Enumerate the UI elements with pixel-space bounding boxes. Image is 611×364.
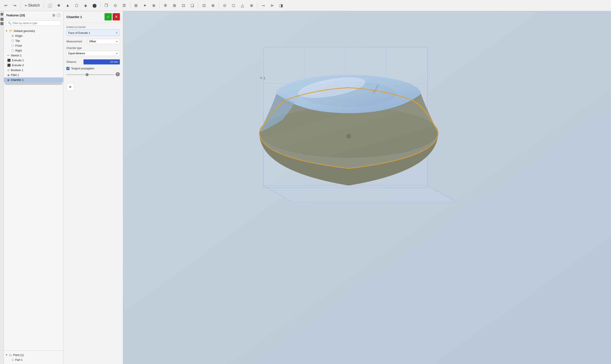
- chamfer-type-chevron-icon: ▼: [116, 52, 118, 55]
- feature-panel-title: Features (10): [6, 14, 51, 17]
- extrude-icon: ⬛: [7, 59, 11, 62]
- tree-item-extrude1[interactable]: ⬛ Extrude 1: [4, 58, 63, 63]
- tree-item-front[interactable]: ☐ Front: [4, 43, 63, 48]
- redo-button[interactable]: ↪: [11, 1, 19, 10]
- chamfer-type-select[interactable]: Equal distance ▼: [66, 51, 120, 56]
- entity-clear-button[interactable]: ✕: [115, 31, 118, 35]
- tree-item-label: Front: [15, 44, 22, 47]
- sketch-button[interactable]: ✏ Sketch: [22, 1, 42, 10]
- chamfer-header-buttons: ✓ ✕: [105, 13, 120, 20]
- toolbar-btn-3[interactable]: ▲: [64, 1, 72, 10]
- sketch-icon: ✏: [7, 54, 10, 57]
- toolbar-btn-12[interactable]: ⊗: [150, 1, 158, 10]
- tree-item-default-geometry[interactable]: ▼ 📁 Default geometry: [4, 28, 63, 33]
- folder-icon: 📁: [9, 29, 13, 33]
- chamfer-ok-button[interactable]: ✓: [105, 13, 112, 20]
- toolbar-btn-8[interactable]: ⊙: [111, 1, 119, 10]
- help-icon[interactable]: ?: [116, 72, 120, 76]
- toolbar-btn-1[interactable]: ⬜: [46, 1, 54, 10]
- toolbar-btn-10[interactable]: ⊞: [132, 1, 140, 10]
- toolbar-btn-2[interactable]: ❖: [55, 1, 63, 10]
- tree-item-label: Part 1: [15, 358, 23, 362]
- tree-item-part1[interactable]: ⬡ Part 1: [4, 357, 63, 362]
- toolbar-btn-22[interactable]: ⊗: [247, 1, 255, 10]
- plane-icon: ☐: [12, 44, 14, 47]
- viewport[interactable]: FRONT ↖ 1: [123, 11, 611, 364]
- search-icon: 🔍: [8, 22, 11, 25]
- tree-item-sketch1[interactable]: ✏ Sketch 1: [4, 53, 63, 58]
- viewport-svg: FRONT: [123, 11, 611, 364]
- toolbar-sep-8: [257, 2, 257, 9]
- strip-icon-2[interactable]: [0, 18, 3, 21]
- tangent-propagation-row: Tangent propagation: [66, 67, 120, 70]
- search-input[interactable]: [13, 22, 59, 25]
- tree-item-label: Extrude 2: [12, 64, 24, 67]
- fillet-icon: ◉: [7, 73, 10, 77]
- toolbar-btn-16[interactable]: ❑: [188, 1, 196, 10]
- tangent-propagation-checkbox[interactable]: [66, 67, 69, 70]
- tree-item-parts[interactable]: ▼ 🗂 Parts (1): [4, 352, 63, 357]
- toolbar-btn-21[interactable]: △: [239, 1, 247, 10]
- chamfer-body: Entities to chamfer Face of Extrude 1 ✕ …: [64, 23, 123, 81]
- toolbar-btn-4[interactable]: ⬡: [73, 1, 81, 10]
- strip-icon-1[interactable]: [0, 13, 3, 16]
- icon-strip: [0, 11, 4, 364]
- tree-item-fillet1[interactable]: ◉ Fillet 1: [4, 73, 63, 78]
- undo-button[interactable]: ↩: [2, 1, 10, 10]
- feature-history-button[interactable]: 🕐: [56, 13, 61, 17]
- plane-icon: ☐: [12, 49, 14, 52]
- toolbar-btn-20[interactable]: ⬡: [229, 1, 238, 10]
- strip-icon-3[interactable]: [0, 22, 3, 25]
- chamfer-type-label: Chamfer type: [66, 47, 120, 50]
- tree-item-label: Boolean 1: [11, 68, 23, 72]
- toolbar-btn-18[interactable]: ⊗: [209, 1, 217, 10]
- toolbar-btn-25[interactable]: ◨: [277, 1, 285, 10]
- chamfer-type-value: Equal distance: [68, 52, 85, 55]
- chamfer-icon: ◈: [7, 78, 9, 81]
- slider-row: ?: [66, 73, 120, 76]
- toolbar-sep-4: [130, 2, 130, 9]
- toolbar-btn-15[interactable]: ⊡: [179, 1, 187, 10]
- feature-panel: Features (10) ⊞ 🕐 🔍 ▼ 📁 Default geometry…: [4, 11, 64, 364]
- tree-item-top[interactable]: ☐ Top: [4, 38, 63, 43]
- toolbar-btn-23[interactable]: ⊸: [259, 1, 267, 10]
- svg-point-16: [348, 136, 349, 137]
- tree-item-label: Origin: [15, 34, 23, 38]
- tree-item-label: Extrude 1: [12, 59, 24, 62]
- toolbar-btn-11[interactable]: ✦: [141, 1, 149, 10]
- add-feature-button[interactable]: ⊞: [52, 13, 55, 17]
- tree-scrollbar[interactable]: [5, 82, 62, 85]
- feature-panel-icons: ⊞ 🕐: [52, 13, 61, 17]
- chamfer-type-row: Equal distance ▼: [66, 51, 120, 56]
- entity-box[interactable]: Face of Extrude 1 ✕: [66, 30, 120, 36]
- toolbar-btn-19[interactable]: ⊙: [221, 1, 229, 10]
- tree-item-chamfer1[interactable]: ◈ Chamfer 1: [4, 78, 63, 82]
- feature-panel-header: Features (10) ⊞ 🕐: [4, 11, 63, 19]
- tree-item-label: Sketch 1: [11, 54, 22, 57]
- sketch-label: Sketch: [28, 3, 40, 8]
- measurement-select[interactable]: Offset ▼: [87, 39, 120, 44]
- svg-marker-8: [264, 185, 457, 203]
- toolbar-btn-5[interactable]: ◈: [81, 1, 90, 10]
- toolbar-btn-7[interactable]: ❐: [102, 1, 110, 10]
- list-view-button[interactable]: ≡: [66, 83, 74, 91]
- toolbar-btn-24[interactable]: ⊳: [268, 1, 276, 10]
- slider-thumb[interactable]: [86, 73, 89, 76]
- chamfer-cancel-button[interactable]: ✕: [113, 13, 120, 20]
- toolbar-btn-13[interactable]: ⑧: [161, 1, 170, 10]
- tree-item-boolean1[interactable]: ⊙ Boolean 1: [4, 68, 63, 73]
- toolbar-btn-14[interactable]: ⊞: [170, 1, 178, 10]
- measurement-row: Measurement Offset ▼: [66, 39, 120, 44]
- toolbar-btn-17[interactable]: ⊡: [200, 1, 208, 10]
- toolbar-sep-3: [100, 2, 101, 9]
- tree-item-origin[interactable]: ⊕ Origin: [4, 33, 63, 38]
- toolbar-btn-9[interactable]: ☰: [120, 1, 128, 10]
- sketch-pencil-icon: ✏: [25, 4, 27, 7]
- tree-item-label: Chamfer 1: [11, 78, 24, 81]
- part-icon: ⬡: [12, 358, 14, 362]
- distance-input[interactable]: [83, 59, 120, 65]
- tree-item-right[interactable]: ☐ Right: [4, 48, 63, 53]
- tree-item-label: Fillet 1: [11, 73, 19, 77]
- toolbar-btn-6[interactable]: ⬤: [91, 1, 99, 10]
- tree-item-extrude2[interactable]: ⬛ Extrude 2: [4, 63, 63, 68]
